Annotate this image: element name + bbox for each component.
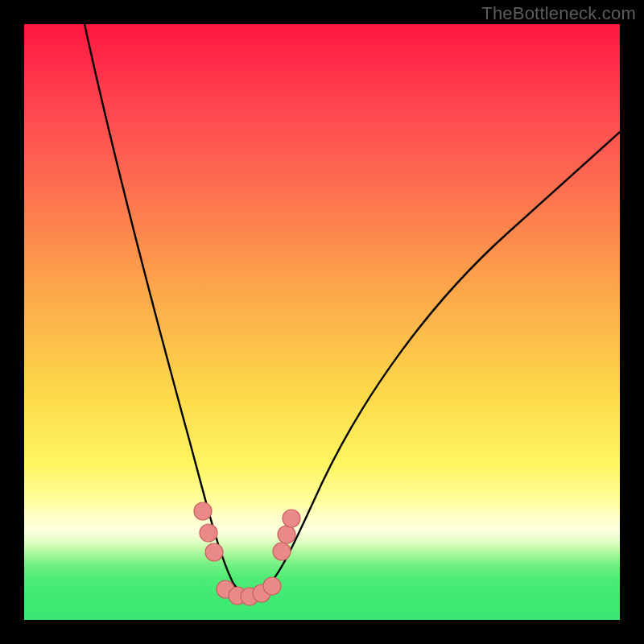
watermark-text: TheBottleneck.com bbox=[481, 3, 636, 24]
marker-point bbox=[283, 510, 300, 527]
chart-frame: TheBottleneck.com bbox=[0, 0, 644, 644]
marker-point bbox=[194, 502, 212, 520]
plot-area bbox=[24, 24, 620, 620]
marker-point bbox=[278, 526, 295, 543]
marker-point bbox=[200, 524, 217, 542]
marker-point bbox=[263, 577, 281, 595]
marker-point bbox=[205, 543, 223, 561]
bottleneck-curve bbox=[85, 24, 620, 593]
curve-layer bbox=[24, 24, 620, 620]
marker-point bbox=[273, 543, 291, 560]
